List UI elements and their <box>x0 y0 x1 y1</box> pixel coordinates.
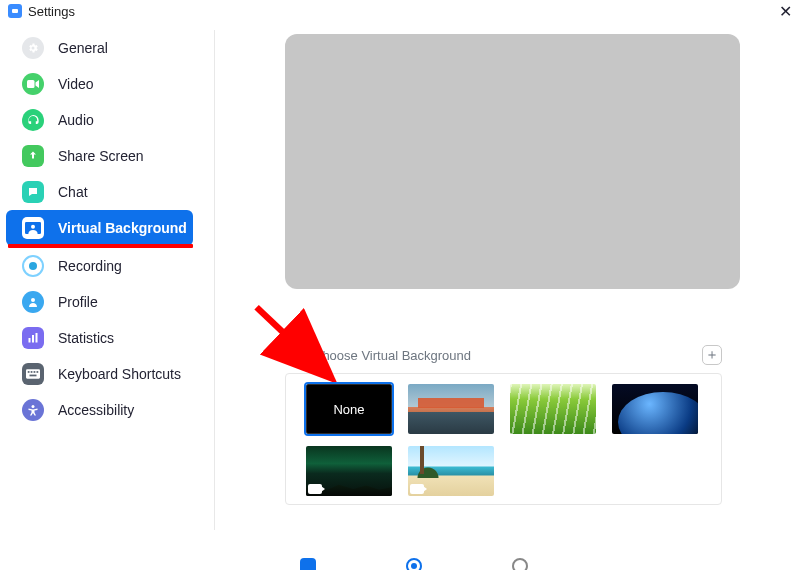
settings-content: Choose Virtual Background ＋ None <box>215 24 800 570</box>
sidebar-item-label: Recording <box>58 258 122 274</box>
sidebar-item-share-screen[interactable]: Share Screen <box>6 138 193 174</box>
section-title: Choose Virtual Background <box>285 348 471 363</box>
profile-user-icon <box>22 291 44 313</box>
svg-rect-4 <box>29 338 31 343</box>
sidebar-item-accessibility[interactable]: Accessibility <box>6 392 193 428</box>
sidebar-item-label: Chat <box>58 184 88 200</box>
sidebar-item-general[interactable]: General <box>6 30 193 66</box>
svg-rect-9 <box>31 371 33 373</box>
sidebar-item-label: Statistics <box>58 330 114 346</box>
sidebar-item-label: Share Screen <box>58 148 144 164</box>
headphones-icon <box>22 109 44 131</box>
background-thumbnails: None <box>285 373 722 505</box>
sidebar-item-keyboard-shortcuts[interactable]: Keyboard Shortcuts <box>6 356 193 392</box>
svg-rect-10 <box>34 371 36 373</box>
thumb-none-label: None <box>333 402 364 417</box>
svg-rect-12 <box>30 375 37 377</box>
recording-icon <box>22 255 44 277</box>
background-thumb-beach[interactable] <box>408 446 494 496</box>
svg-point-2 <box>31 225 35 229</box>
radio-unselected[interactable] <box>512 558 528 570</box>
virtual-background-icon <box>22 217 44 239</box>
sidebar-item-label: Profile <box>58 294 98 310</box>
checkbox-checked[interactable] <box>300 558 316 570</box>
video-preview <box>285 34 740 289</box>
chat-bubble-icon <box>22 181 44 203</box>
svg-rect-5 <box>32 335 34 343</box>
background-thumb-aurora[interactable] <box>306 446 392 496</box>
sidebar-item-audio[interactable]: Audio <box>6 102 193 138</box>
settings-gear-icon <box>22 37 44 59</box>
settings-sidebar: General Video Audio Share Screen Chat <box>0 24 215 570</box>
sidebar-item-label: Virtual Background <box>58 220 187 236</box>
background-thumb-none[interactable]: None <box>306 384 392 434</box>
svg-rect-11 <box>37 371 39 373</box>
svg-rect-0 <box>27 80 35 88</box>
annotation-arrow-icon <box>250 304 340 384</box>
background-thumb-grass[interactable] <box>510 384 596 434</box>
sidebar-item-label: Accessibility <box>58 402 134 418</box>
sidebar-item-label: Video <box>58 76 94 92</box>
video-camera-icon <box>22 73 44 95</box>
close-icon[interactable]: ✕ <box>772 2 792 21</box>
accessibility-icon <box>22 399 44 421</box>
svg-point-3 <box>31 298 35 302</box>
sidebar-item-virtual-background[interactable]: Virtual Background <box>6 210 193 246</box>
svg-rect-8 <box>28 371 30 373</box>
sidebar-item-label: Keyboard Shortcuts <box>58 366 181 382</box>
sidebar-item-label: General <box>58 40 108 56</box>
titlebar: Settings ✕ <box>0 0 800 24</box>
video-badge-icon <box>410 484 424 494</box>
sidebar-item-statistics[interactable]: Statistics <box>6 320 193 356</box>
radio-selected[interactable] <box>406 558 422 570</box>
svg-rect-6 <box>36 333 38 343</box>
sidebar-item-label: Audio <box>58 112 94 128</box>
statistics-bars-icon <box>22 327 44 349</box>
sidebar-item-profile[interactable]: Profile <box>6 284 193 320</box>
background-thumb-earth[interactable] <box>612 384 698 434</box>
zoom-app-icon <box>8 4 22 18</box>
background-thumb-bridge[interactable] <box>408 384 494 434</box>
keyboard-icon <box>22 363 44 385</box>
window-title: Settings <box>28 4 75 19</box>
sidebar-item-video[interactable]: Video <box>6 66 193 102</box>
sidebar-item-chat[interactable]: Chat <box>6 174 193 210</box>
add-background-button[interactable]: ＋ <box>702 345 722 365</box>
svg-point-13 <box>32 405 35 408</box>
share-screen-icon <box>22 145 44 167</box>
sidebar-item-recording[interactable]: Recording <box>6 248 193 284</box>
svg-rect-7 <box>26 369 40 378</box>
video-badge-icon <box>308 484 322 494</box>
